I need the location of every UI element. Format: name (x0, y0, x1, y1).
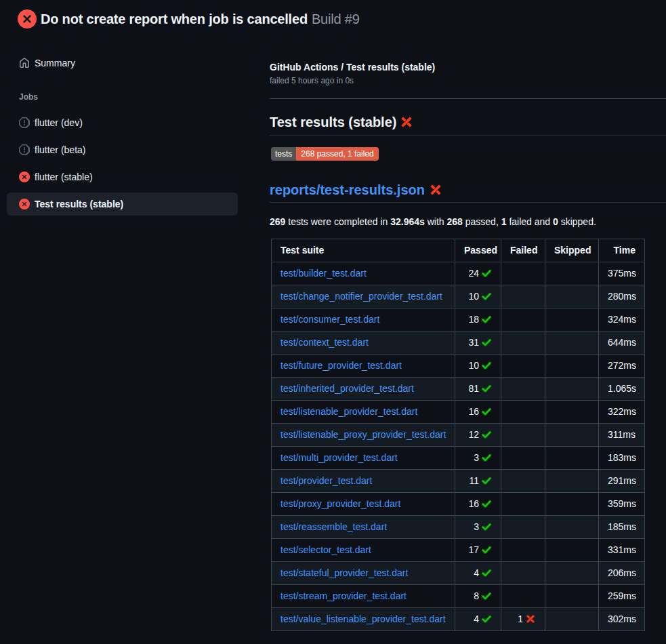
green-check-icon (481, 268, 492, 279)
test-suite-link[interactable]: test/future_provider_test.dart (280, 360, 402, 371)
cell-skipped (545, 331, 599, 355)
cell-passed: 16 (455, 401, 501, 424)
green-check-icon (481, 521, 492, 532)
table-row: test/change_notifier_provider_test.dart1… (272, 285, 645, 308)
job-cancelled-stop-icon (19, 144, 30, 155)
cell-failed (501, 539, 545, 562)
cell-passed: 10 (455, 285, 501, 308)
cell-failed: 1 (501, 608, 545, 631)
test-suite-link[interactable]: test/consumer_test.dart (280, 314, 379, 325)
table-row: test/future_provider_test.dart10272ms (272, 355, 645, 378)
table-row: test/inherited_provider_test.dart811.065… (272, 378, 645, 401)
cell-time: 324ms (599, 308, 645, 331)
cell-skipped (545, 447, 599, 470)
page-layout: Summary Jobs flutter (dev)flutter (beta)… (0, 41, 666, 631)
test-suite-link[interactable]: test/change_notifier_provider_test.dart (280, 291, 442, 302)
test-suite-link[interactable]: test/multi_provider_test.dart (280, 452, 398, 463)
cell-passed: 24 (455, 262, 501, 285)
cell-time: 272ms (599, 355, 645, 378)
tests-badge-label: tests (271, 147, 296, 161)
tests-badge: tests 268 passed, 1 failed (271, 147, 379, 161)
table-row: test/multi_provider_test.dart3183ms (272, 447, 645, 470)
table-header-row: Test suite Passed Failed Skipped Time (272, 239, 645, 262)
table-row: test/stateful_provider_test.dart4206ms (272, 562, 645, 585)
cell-time: 291ms (599, 470, 645, 493)
sidebar-job-list: flutter (dev)flutter (beta)flutter (stab… (7, 111, 238, 216)
test-results-table: Test suite Passed Failed Skipped Time te… (271, 239, 645, 631)
cell-failed (501, 285, 545, 308)
green-check-icon (481, 291, 492, 302)
cell-time: 1.065s (599, 378, 645, 401)
sidebar-job-item-flutter-dev[interactable]: flutter (dev) (7, 111, 238, 134)
cell-failed (501, 447, 545, 470)
green-check-icon (481, 383, 492, 394)
cell-failed (501, 378, 545, 401)
sidebar-job-item-test-results-stable[interactable]: Test results (stable) (7, 193, 238, 216)
green-check-icon (481, 544, 492, 555)
breadcrumb: GitHub Actions / Test results (stable) (270, 60, 666, 75)
cell-passed: 3 (455, 516, 501, 539)
job-label: flutter (stable) (35, 172, 93, 182)
cell-time: 206ms (599, 562, 645, 585)
table-row: test/listenable_provider_test.dart16322m… (272, 401, 645, 424)
sidebar-item-summary[interactable]: Summary (7, 52, 238, 75)
test-suite-link[interactable]: test/stream_provider_test.dart (280, 590, 407, 601)
table-row: test/listenable_proxy_provider_test.dart… (272, 424, 645, 447)
cell-passed: 3 (455, 447, 501, 470)
table-row: test/consumer_test.dart18324ms (272, 308, 645, 331)
cell-test-suite: test/listenable_provider_test.dart (272, 401, 455, 424)
test-suite-link[interactable]: test/reassemble_test.dart (280, 521, 387, 532)
green-check-icon (481, 360, 492, 371)
column-header-passed: Passed (455, 239, 501, 262)
green-check-icon (481, 406, 492, 417)
test-suite-link[interactable]: test/proxy_provider_test.dart (280, 498, 400, 509)
cell-failed (501, 308, 545, 331)
job-failed-x-circle-icon (19, 172, 30, 182)
run-title: Do not create report when job is cancell… (41, 9, 360, 28)
cell-failed (501, 355, 545, 378)
report-heading: reports/test-results.json (270, 180, 666, 203)
table-row: test/context_test.dart31644ms (272, 331, 645, 355)
job-label: flutter (beta) (35, 144, 85, 155)
green-check-icon (481, 429, 492, 440)
table-row: test/selector_test.dart17331ms (272, 539, 645, 562)
green-check-icon (481, 613, 492, 624)
test-suite-link[interactable]: test/value_listenable_provider_test.dart (280, 613, 446, 624)
column-header-time: Time (599, 239, 645, 262)
cell-test-suite: test/inherited_provider_test.dart (272, 378, 455, 401)
cell-failed (501, 585, 545, 608)
tests-summary-text: 269 tests were completed in 32.964s with… (270, 215, 666, 229)
cell-skipped (545, 608, 599, 631)
test-suite-link[interactable]: test/inherited_provider_test.dart (280, 383, 414, 394)
cell-failed (501, 424, 545, 447)
cell-passed: 31 (455, 331, 501, 355)
test-suite-link[interactable]: test/listenable_proxy_provider_test.dart (280, 429, 446, 440)
sidebar-job-item-flutter-stable[interactable]: flutter (stable) (7, 165, 238, 188)
cell-passed: 11 (455, 470, 501, 493)
report-heading-link[interactable]: reports/test-results.json (270, 180, 425, 199)
cell-passed: 10 (455, 355, 501, 378)
cell-skipped (545, 355, 599, 378)
cell-skipped (545, 493, 599, 516)
test-suite-link[interactable]: test/stateful_provider_test.dart (280, 567, 408, 578)
cell-skipped (545, 562, 599, 585)
test-suite-link[interactable]: test/builder_test.dart (280, 268, 367, 279)
cell-passed: 8 (455, 585, 501, 608)
sidebar-job-item-flutter-beta[interactable]: flutter (beta) (7, 138, 238, 161)
test-suite-link[interactable]: test/context_test.dart (280, 337, 369, 348)
cell-passed: 4 (455, 608, 501, 631)
cell-failed (501, 493, 545, 516)
sidebar: Summary Jobs flutter (dev)flutter (beta)… (7, 41, 238, 220)
test-suite-link[interactable]: test/provider_test.dart (280, 475, 372, 486)
cell-skipped (545, 285, 599, 308)
run-title-text: Do not create report when job is cancell… (41, 12, 308, 26)
cell-test-suite: test/builder_test.dart (272, 262, 455, 285)
table-row: test/reassemble_test.dart3185ms (272, 516, 645, 539)
cell-passed: 81 (455, 378, 501, 401)
job-label: Test results (stable) (35, 199, 123, 209)
test-suite-link[interactable]: test/selector_test.dart (280, 544, 371, 555)
red-cross-emoji-icon (400, 115, 413, 129)
cell-test-suite: test/multi_provider_test.dart (272, 447, 455, 470)
cell-test-suite: test/proxy_provider_test.dart (272, 493, 455, 516)
test-suite-link[interactable]: test/listenable_provider_test.dart (280, 406, 417, 417)
